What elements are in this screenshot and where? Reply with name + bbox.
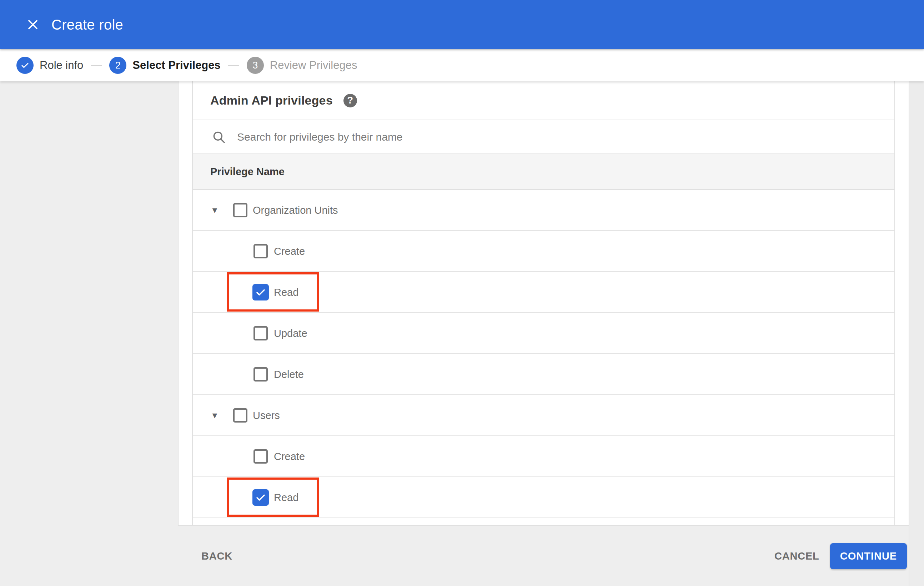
table-row: ▼Organization Units — [193, 190, 894, 231]
privilege-label: Delete — [274, 368, 304, 380]
checkbox-delete[interactable] — [254, 367, 268, 382]
privileges-table: ▼Organization UnitsCreate ReadUpdateDele… — [193, 190, 894, 518]
table-row: Create — [193, 436, 894, 477]
create-role-dialog: Create role Role info2Select Privileges3… — [0, 0, 924, 586]
annotation-highlight-box — [227, 477, 319, 517]
table-row: Update — [193, 313, 894, 354]
privilege-label: Read — [274, 286, 299, 298]
table-row: ▼Users — [193, 395, 894, 436]
stepper: Role info2Select Privileges3Review Privi… — [0, 49, 924, 81]
back-button[interactable]: BACK — [193, 543, 241, 569]
checkbox-organization-units[interactable] — [233, 203, 248, 217]
privilege-label: Update — [274, 327, 307, 339]
table-header: Privilege Name — [193, 154, 894, 190]
step-connector — [228, 65, 239, 66]
step-label: Review Privileges — [270, 59, 357, 72]
help-icon[interactable]: ? — [343, 94, 357, 107]
step-number-badge: 2 — [109, 57, 126, 74]
search-input[interactable] — [236, 131, 738, 143]
search-icon — [211, 130, 226, 145]
table-header-label: Privilege Name — [210, 166, 285, 178]
checkbox-update[interactable] — [254, 326, 268, 341]
check-icon — [254, 286, 267, 298]
privilege-label: Organization Units — [253, 204, 338, 216]
check-icon — [254, 491, 267, 504]
cancel-button[interactable]: CANCEL — [766, 543, 828, 569]
privilege-label: Users — [253, 409, 280, 421]
collapse-arrow-icon[interactable]: ▼ — [211, 411, 219, 419]
search-row — [193, 120, 894, 154]
privilege-label: Create — [274, 245, 305, 257]
scrollbar-track[interactable] — [909, 84, 924, 586]
continue-button[interactable]: CONTINUE — [830, 543, 907, 569]
stepper-step-select-privileges[interactable]: 2Select Privileges — [109, 57, 220, 74]
privileges-panel: Admin API privileges ? Privilege Name ▼O… — [178, 81, 909, 526]
step-connector — [91, 65, 102, 66]
privilege-label: Create — [274, 450, 305, 462]
section-title: Admin API privileges — [210, 94, 333, 107]
close-x-glyph — [25, 17, 41, 33]
table-row: Create — [193, 231, 894, 272]
step-number-badge: 3 — [247, 57, 264, 74]
collapse-arrow-icon[interactable]: ▼ — [211, 206, 219, 214]
app-bar: Create role — [0, 0, 924, 49]
checkbox-read[interactable] — [252, 489, 269, 506]
privileges-card: Admin API privileges ? Privilege Name ▼O… — [192, 81, 895, 526]
step-label: Role info — [40, 59, 83, 72]
table-row: Read — [193, 272, 894, 313]
checkbox-create[interactable] — [254, 244, 268, 258]
table-row: Delete — [193, 354, 894, 395]
checkbox-create[interactable] — [254, 449, 268, 464]
checkbox-users[interactable] — [233, 408, 248, 423]
stepper-step-role-info[interactable]: Role info — [16, 57, 83, 74]
check-icon — [20, 60, 30, 70]
close-icon[interactable] — [22, 14, 44, 35]
heading-row: Admin API privileges ? — [193, 81, 894, 120]
step-label: Select Privileges — [132, 59, 220, 72]
annotation-highlight-box — [227, 272, 319, 311]
step-completed-check-icon — [16, 57, 33, 74]
table-row: Read — [193, 477, 894, 518]
checkbox-read[interactable] — [252, 284, 269, 301]
stepper-step-review-privileges[interactable]: 3Review Privileges — [247, 57, 357, 74]
dialog-title: Create role — [51, 17, 123, 33]
privilege-label: Read — [274, 491, 299, 503]
